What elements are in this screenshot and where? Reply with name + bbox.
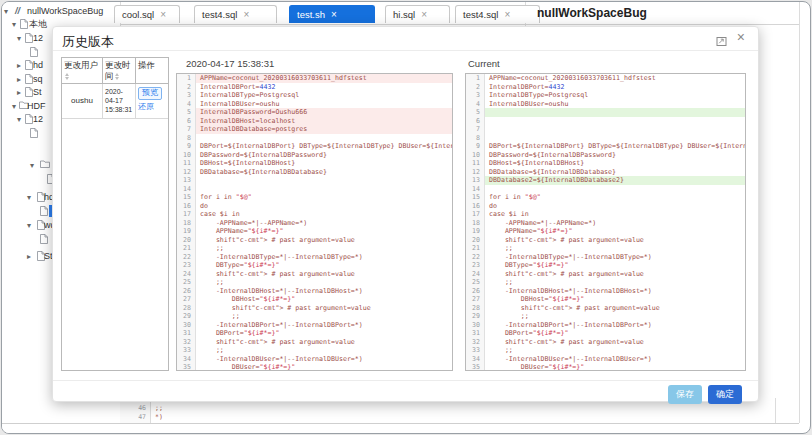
line-number: 16 (177, 202, 196, 211)
line-content: ;; (196, 278, 452, 287)
tab-close-icon[interactable]: × (160, 10, 166, 20)
editor-tabbar: cool.sql×test4.sql×test.sh×hi.sql×test4.… (120, 2, 799, 25)
right-diff-code[interactable]: 1APPName=coconut_20200316033703611_hdfst… (465, 73, 746, 371)
code-line-9: 9DBPort=${InternalDBPort} DBType=${Inter… (466, 142, 745, 151)
code-line-23: 23 DBType="${i#*=}" (177, 261, 452, 270)
chevron-down-icon[interactable]: ▾ (27, 191, 31, 204)
line-number: 6 (177, 117, 196, 126)
line-number: 33 (466, 346, 485, 355)
line-content: InternalDBType=Postgresql (196, 91, 452, 100)
sort-icon[interactable] (65, 73, 69, 80)
tree-item-nullWorkSpaceBug[interactable]: ▾//nullWorkSpaceBug (2, 5, 120, 18)
line-content: ;; (196, 244, 452, 253)
line-content (485, 108, 745, 117)
tab-hi.sql[interactable]: hi.sql× (385, 5, 450, 23)
tab-label: cool.sql (122, 9, 154, 20)
line-number: 1 (177, 74, 196, 83)
line-number: 24 (466, 270, 485, 279)
save-button[interactable]: 保存 (668, 385, 702, 404)
line-number: 6 (466, 117, 485, 126)
column-header-user[interactable]: 更改用户 (62, 58, 103, 83)
doc-icon (25, 74, 33, 86)
line-content (485, 125, 745, 134)
line-number: 8 (466, 134, 485, 143)
line-number: 30 (177, 321, 196, 330)
line-number: 11 (177, 159, 196, 168)
line-content (196, 134, 452, 143)
tab-test4.sql[interactable]: test4.sql× (194, 5, 277, 23)
code-line-5: 5 (466, 108, 745, 117)
line-content: DBUser="${i#*=}" (196, 363, 452, 371)
code-line-4: 4InternalDBUser=oushu (466, 100, 745, 109)
code-line-22: 22 -InternalDBType=*|--InternalDBType=*) (177, 253, 452, 262)
code-line-15: 15for i in "$@" (177, 193, 452, 202)
line-content: InternalDBHost=localhost (196, 117, 452, 126)
line-number: 20 (177, 236, 196, 245)
line-number: 35 (177, 363, 196, 371)
line-content: DBPort="${i#*=}" (196, 329, 452, 338)
line-number: 33 (177, 346, 196, 355)
line-content: DBType="${i#*=}" (196, 261, 452, 270)
line-number: 24 (177, 270, 196, 279)
chevron-right-icon[interactable]: ▸ (27, 250, 31, 263)
chevron-down-icon[interactable]: ▾ (17, 113, 21, 126)
line-content: shift"c-cmt"> # past argument=value (196, 236, 452, 245)
line-number: 30 (466, 321, 485, 330)
line-content: ;; (485, 346, 745, 355)
restore-link[interactable]: 还原 (138, 102, 166, 112)
chevron-right-icon[interactable]: ▸ (17, 73, 21, 86)
ok-button[interactable]: 确定 (708, 385, 742, 404)
tab-cool.sql[interactable]: cool.sql× (114, 5, 180, 23)
line-number: 25 (466, 278, 485, 287)
close-icon[interactable]: × (737, 29, 745, 45)
tab-close-icon[interactable]: × (243, 10, 249, 20)
code-line-9: 9DBPort=${InternalDBPort} DBType=${Inter… (177, 142, 452, 151)
code-line-22: 22 -InternalDBType=*|--InternalDBType=*) (466, 253, 745, 262)
chevron-down-icon[interactable]: ▾ (30, 159, 34, 172)
chevron-down-icon[interactable]: ▾ (12, 18, 16, 31)
line-number: 21 (466, 244, 485, 253)
code-line-5: 5InternalDBPassword=Oushu666 (177, 108, 452, 117)
line-number: 13 (466, 176, 485, 185)
line-content: -InternalDBUser=*|--InternalDBUser=*) (485, 355, 745, 364)
chevron-down-icon[interactable]: ▾ (12, 100, 16, 113)
line-number: 27 (466, 295, 485, 304)
line-number: 15 (466, 193, 485, 202)
chevron-down-icon[interactable]: ▾ (17, 32, 21, 45)
line-number: 5 (466, 108, 485, 117)
tab-test4.sql[interactable]: test4.sql× (455, 5, 540, 23)
versions-table-header: 更改用户 更改时间 操作 (62, 58, 168, 84)
tree-item-label: sq (33, 73, 43, 86)
line-number: 15 (177, 193, 196, 202)
line-content: -InternalDBHost=*|--InternalDBHost=*) (485, 287, 745, 296)
tab-close-icon[interactable]: × (331, 10, 337, 20)
tab-test.sh[interactable]: test.sh× (289, 5, 375, 23)
line-number: 2 (466, 83, 485, 92)
tab-close-icon[interactable]: × (421, 10, 427, 20)
column-header-time[interactable]: 更改时间 (103, 58, 136, 83)
chevron-right-icon[interactable]: ▸ (17, 59, 21, 72)
code-line-29: 29 ;; (466, 312, 745, 321)
code-line-6: 6InternalDBHost=localhost (177, 117, 452, 126)
line-number: 31 (177, 329, 196, 338)
sort-icon[interactable] (115, 73, 119, 80)
chevron-right-icon[interactable]: ▸ (17, 86, 21, 99)
line-content: shift"c-cmt"> # past argument=value (485, 338, 745, 347)
code-line-13: 13DBDatabase2=${InternalDBDatabase2} (466, 176, 745, 185)
line-number: 28 (466, 304, 485, 313)
chevron-down-icon[interactable]: ▾ (27, 219, 31, 232)
chevron-down-icon[interactable]: ▾ (4, 5, 8, 18)
tab-close-icon[interactable]: × (504, 10, 510, 20)
line-content: DBPort="${i#*=}" (485, 329, 745, 338)
expand-icon[interactable] (716, 33, 727, 44)
tree-item-label: HDF (27, 100, 46, 113)
tree-item-label: 12 (33, 113, 43, 126)
preview-link[interactable]: 预览 (138, 87, 162, 99)
line-content (485, 185, 745, 194)
doc-icon (25, 87, 33, 99)
line-content: do (485, 202, 745, 211)
left-diff-code[interactable]: 1APPName=coconut_20200316033703611_hdfst… (176, 73, 453, 371)
code-line-18: 18 -APPName=*|--APPName=*) (466, 219, 745, 228)
line-content (485, 117, 745, 126)
left-diff-title: 2020-04-17 15:38:31 (186, 58, 274, 69)
